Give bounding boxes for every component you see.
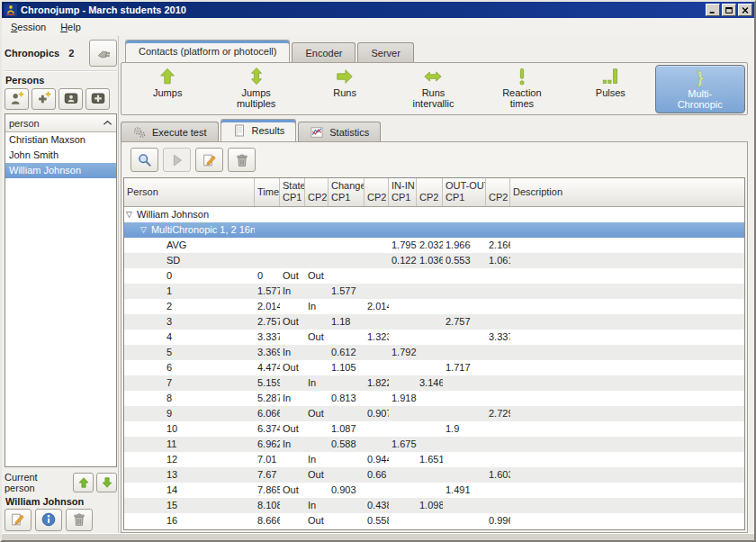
table-row[interactable]: 168.666Out0.5580.996 xyxy=(124,513,744,528)
table-row[interactable]: 85.287In0.8131.918 xyxy=(124,391,744,406)
edit-button[interactable] xyxy=(195,148,223,172)
window-title: Chronojump - March students 2010 xyxy=(21,5,704,15)
column-header-description[interactable]: Description xyxy=(510,178,744,206)
column-header-state[interactable]: StateCP1 xyxy=(280,178,305,206)
person-list-item[interactable]: Christian Maxson xyxy=(5,132,116,148)
chronopic-connect-button[interactable] xyxy=(89,40,117,67)
tab-statistics[interactable]: Statistics xyxy=(298,122,381,141)
person-up-button[interactable] xyxy=(73,473,94,492)
tab-encoder[interactable]: Encoder xyxy=(292,42,356,62)
row-cell xyxy=(443,375,486,391)
row-cell xyxy=(305,437,328,452)
mode-multi-chronopic[interactable]: }Multi-Chronopic xyxy=(655,65,745,113)
row-person-cell: 3 xyxy=(124,314,255,330)
load-person-button[interactable] xyxy=(58,88,83,110)
row-cell xyxy=(280,253,305,268)
tab-results[interactable]: Results xyxy=(220,119,297,141)
row-cell xyxy=(510,360,744,375)
mode-jumps[interactable]: Jumps xyxy=(123,65,212,113)
row-cell xyxy=(417,345,443,360)
column-header-cp2[interactable]: CP2 xyxy=(417,178,443,206)
person-info-button[interactable] xyxy=(35,509,62,531)
menubar: SessionHelp xyxy=(2,18,754,36)
maximize-button[interactable] xyxy=(722,4,736,16)
menu-help[interactable]: Help xyxy=(53,20,88,34)
row-cell: In xyxy=(280,284,305,299)
row-person-cell: 4 xyxy=(124,330,255,345)
table-row[interactable]: SD0.1221.0360.5531.061 xyxy=(124,253,744,268)
tab-contacts[interactable]: Contacts (platform or photocell) xyxy=(125,40,290,62)
mode-runs[interactable]: Runs xyxy=(301,65,389,113)
row-label: 2 xyxy=(166,299,172,314)
row-cell xyxy=(486,498,510,513)
minimize-button[interactable] xyxy=(706,4,720,16)
row-cell xyxy=(486,268,510,284)
row-cell xyxy=(510,345,744,360)
table-row[interactable]: ▽William Johnson xyxy=(124,207,744,222)
person-list-item[interactable]: William Johnson xyxy=(5,163,116,178)
table-row[interactable]: 64.474Out1.1051.717 xyxy=(124,360,744,375)
column-header-person[interactable]: Person xyxy=(124,178,255,206)
table-row[interactable]: 11.577In1.577 xyxy=(124,284,744,299)
table-row[interactable]: 96.066Out0.9072.729 xyxy=(124,406,744,421)
table-row[interactable]: 32.757Out1.182.757 xyxy=(124,314,744,330)
close-button[interactable] xyxy=(738,4,752,16)
column-header-in-in[interactable]: IN-INCP1 xyxy=(389,178,417,206)
mode-reaction-times[interactable]: Reaction times xyxy=(478,65,566,113)
person-down-button[interactable] xyxy=(96,473,117,492)
expander-icon[interactable]: ▽ xyxy=(126,207,132,222)
row-cell xyxy=(305,238,328,253)
table-row[interactable]: 137.67Out0.661.603 xyxy=(124,467,744,483)
new-persons-button[interactable] xyxy=(32,88,56,110)
load-persons-button[interactable] xyxy=(86,88,110,110)
column-header-cp2[interactable]: CP2 xyxy=(486,178,510,206)
delete-person-button[interactable] xyxy=(66,509,93,531)
tab-execute-test[interactable]: Execute test xyxy=(121,122,219,141)
titlebar[interactable]: Chronojump - March students 2010 xyxy=(2,2,754,18)
row-cell xyxy=(328,253,364,268)
expander-icon[interactable]: ▽ xyxy=(140,222,147,238)
tab-server[interactable]: Server xyxy=(357,42,413,62)
column-header-change[interactable]: ChangeCP1 xyxy=(328,178,364,206)
table-row[interactable]: 147.865Out0.9031.491 xyxy=(124,483,744,498)
mode-pulses[interactable]: Pulses xyxy=(566,65,654,113)
zoom-button[interactable] xyxy=(130,148,158,172)
table-row[interactable]: 75.159In1.8223.146 xyxy=(124,375,744,391)
table-row[interactable]: 22.014In2.014 xyxy=(124,299,744,314)
table-row[interactable]: AVG1.7952.0321.9662.166 xyxy=(124,238,744,253)
edit-person-button[interactable] xyxy=(4,509,32,531)
mode-runs-intervallic[interactable]: Runs intervallic xyxy=(389,65,477,113)
table-row[interactable]: 00OutOut xyxy=(124,268,744,284)
column-header-cp2[interactable]: CP2 xyxy=(364,178,389,206)
table-row[interactable]: 116.962In0.5881.675 xyxy=(124,437,744,452)
row-label: 7 xyxy=(166,375,172,391)
mode-jumps-multiples[interactable]: Jumps multiples xyxy=(212,65,300,113)
row-cell: 1.9 xyxy=(443,421,486,437)
statusbar xyxy=(2,533,754,540)
row-cell: 6.066 xyxy=(255,406,280,421)
delete-button[interactable] xyxy=(228,148,256,172)
person-list-header[interactable]: person xyxy=(5,114,116,132)
column-header-time[interactable]: Time xyxy=(255,178,280,206)
table-row[interactable]: ▽MultiChronopic 1, 2 16n xyxy=(124,222,744,238)
row-cell xyxy=(305,360,328,375)
row-label: SD xyxy=(166,253,180,268)
column-header-out-out[interactable]: OUT-OUTCP1 xyxy=(443,178,486,206)
menu-session[interactable]: Session xyxy=(4,20,53,34)
table-row[interactable]: 127.01In0.9441.651 xyxy=(124,452,744,467)
results-table-header: PersonTimeStateCP1CP2ChangeCP1CP2IN-INCP… xyxy=(124,178,744,207)
row-cell xyxy=(280,330,305,345)
row-cell xyxy=(417,437,443,452)
new-person-button[interactable] xyxy=(4,88,29,110)
person-list-item[interactable]: John Smith xyxy=(5,148,116,163)
table-row[interactable]: 106.374Out1.0871.9 xyxy=(124,421,744,437)
row-cell: Out xyxy=(280,483,305,498)
row-cell: 0.66 xyxy=(364,467,389,483)
play-button[interactable] xyxy=(163,148,191,172)
table-row[interactable]: 43.337Out1.3233.337 xyxy=(124,330,744,345)
table-row[interactable]: 53.369In0.6121.792 xyxy=(124,345,744,360)
row-cell xyxy=(328,406,364,421)
table-row[interactable]: 158.108In0.4381.098 xyxy=(124,498,744,513)
row-cell xyxy=(417,299,443,314)
column-header-cp2[interactable]: CP2 xyxy=(305,178,328,206)
